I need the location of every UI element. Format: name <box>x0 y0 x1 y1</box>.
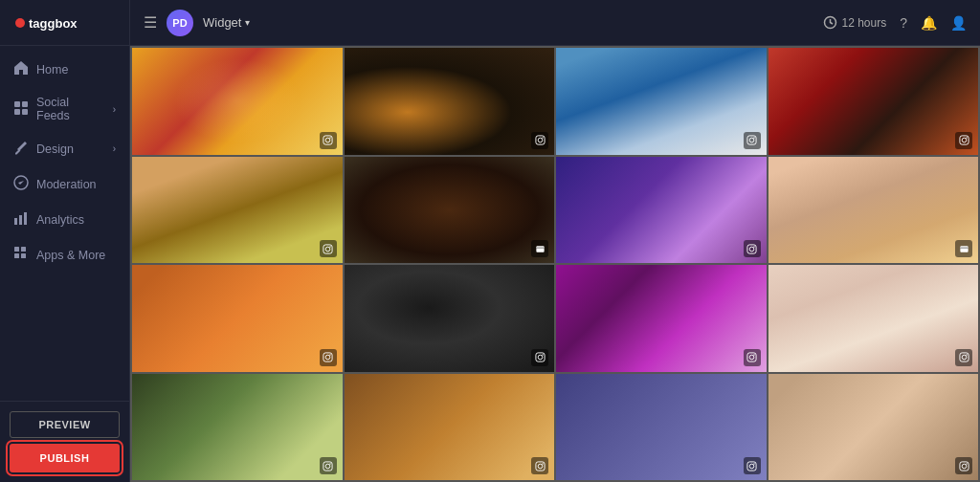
home-icon <box>13 60 29 78</box>
svg-rect-15 <box>323 136 332 144</box>
svg-point-37 <box>329 354 330 355</box>
grid-item[interactable] <box>345 48 555 155</box>
svg-point-32 <box>749 247 754 252</box>
svg-point-33 <box>753 246 754 247</box>
svg-point-29 <box>329 246 330 247</box>
instagram-icon <box>320 349 337 366</box>
moderation-icon <box>13 175 29 193</box>
grid-item[interactable] <box>345 265 555 372</box>
svg-rect-5 <box>22 109 28 115</box>
svg-rect-18 <box>535 136 544 144</box>
instagram-icon <box>744 349 761 366</box>
svg-rect-21 <box>747 136 756 144</box>
sidebar-item-analytics[interactable]: Analytics <box>0 202 129 237</box>
sidebar-item-label: Apps & More <box>36 249 105 262</box>
svg-point-48 <box>325 464 330 469</box>
grid-item[interactable] <box>132 265 343 372</box>
svg-point-42 <box>749 355 754 360</box>
svg-rect-34 <box>960 246 968 252</box>
grid-item[interactable] <box>556 48 767 155</box>
svg-point-51 <box>538 464 543 469</box>
logo: taggbox <box>0 0 129 46</box>
help-icon[interactable]: ? <box>900 15 907 31</box>
design-icon <box>13 140 29 158</box>
svg-point-20 <box>542 137 543 138</box>
svg-point-26 <box>966 137 967 138</box>
svg-rect-35 <box>323 353 332 362</box>
chevron-down-icon: ▾ <box>245 17 250 28</box>
svg-rect-3 <box>22 101 28 107</box>
sidebar-item-apps-more[interactable]: Apps & More <box>0 237 129 273</box>
svg-point-52 <box>542 463 543 464</box>
svg-rect-13 <box>21 253 26 258</box>
instagram-icon <box>320 240 337 257</box>
grid-item[interactable] <box>556 157 767 264</box>
publish-button[interactable]: PUBLISH <box>10 444 120 472</box>
grid-item[interactable] <box>556 265 767 372</box>
chevron-icon: › <box>113 104 116 115</box>
svg-rect-8 <box>19 215 22 225</box>
apps-icon <box>13 246 29 264</box>
grid-item[interactable] <box>132 48 343 155</box>
svg-rect-53 <box>747 461 756 470</box>
svg-point-58 <box>966 463 967 464</box>
svg-rect-4 <box>14 109 20 115</box>
grid-item[interactable] <box>768 265 979 372</box>
svg-point-25 <box>962 138 967 142</box>
grid-item[interactable] <box>345 374 555 481</box>
grid-item[interactable] <box>768 157 979 264</box>
instagram-icon <box>744 240 761 257</box>
svg-point-45 <box>962 355 967 360</box>
grid-item[interactable] <box>768 48 979 155</box>
instagram-icon <box>531 457 548 474</box>
instagram-icon <box>744 457 761 474</box>
svg-point-16 <box>325 138 330 142</box>
widget-selector[interactable]: Widget ▾ <box>203 15 250 30</box>
grid-item[interactable] <box>345 157 555 264</box>
user-icon[interactable]: 👤 <box>950 15 967 31</box>
sidebar-item-moderation[interactable]: Moderation <box>0 166 129 202</box>
svg-rect-11 <box>21 247 26 252</box>
svg-point-49 <box>329 463 330 464</box>
svg-point-28 <box>325 247 330 252</box>
svg-point-22 <box>749 138 754 142</box>
sidebar-item-label: Analytics <box>36 213 84 227</box>
sidebar-item-social-feeds[interactable]: Social Feeds › <box>0 87 129 131</box>
hamburger-icon[interactable]: ☰ <box>144 13 157 32</box>
svg-rect-56 <box>959 461 968 470</box>
svg-rect-30 <box>536 246 544 252</box>
sidebar-item-label: Design <box>36 142 74 156</box>
sidebar-item-design[interactable]: Design › <box>0 131 129 166</box>
svg-rect-24 <box>959 136 968 144</box>
widget-name: Widget <box>203 15 241 30</box>
instagram-icon <box>955 457 972 474</box>
svg-rect-47 <box>323 461 332 470</box>
other-icon <box>531 240 548 257</box>
header: ☰ PD Widget ▾ 12 hours ? 🔔 👤 <box>130 0 980 46</box>
sidebar: taggbox Home Social Feeds › <box>0 0 130 482</box>
grid-item[interactable] <box>132 157 343 264</box>
svg-rect-31 <box>747 244 756 252</box>
svg-point-40 <box>542 354 543 355</box>
preview-button[interactable]: PREVIEW <box>10 411 120 438</box>
grid-item[interactable] <box>132 374 343 481</box>
other-icon <box>955 240 972 257</box>
svg-point-23 <box>753 137 754 138</box>
svg-text:taggbox: taggbox <box>29 15 78 30</box>
grid-item[interactable] <box>556 374 767 481</box>
svg-point-17 <box>329 137 330 138</box>
svg-rect-9 <box>24 212 27 225</box>
notifications-icon[interactable]: 🔔 <box>921 15 937 31</box>
timer-label: 12 hours <box>842 16 887 30</box>
timer-area[interactable]: 12 hours <box>823 15 887 30</box>
instagram-icon <box>320 132 337 149</box>
svg-rect-44 <box>959 353 968 362</box>
sidebar-item-home[interactable]: Home <box>0 52 129 87</box>
svg-point-54 <box>749 464 754 469</box>
instagram-icon <box>531 132 548 149</box>
sidebar-item-label: Home <box>36 63 68 77</box>
instagram-icon <box>955 132 972 149</box>
grid-item[interactable] <box>768 374 979 481</box>
svg-rect-7 <box>14 218 17 225</box>
svg-rect-12 <box>14 253 19 258</box>
